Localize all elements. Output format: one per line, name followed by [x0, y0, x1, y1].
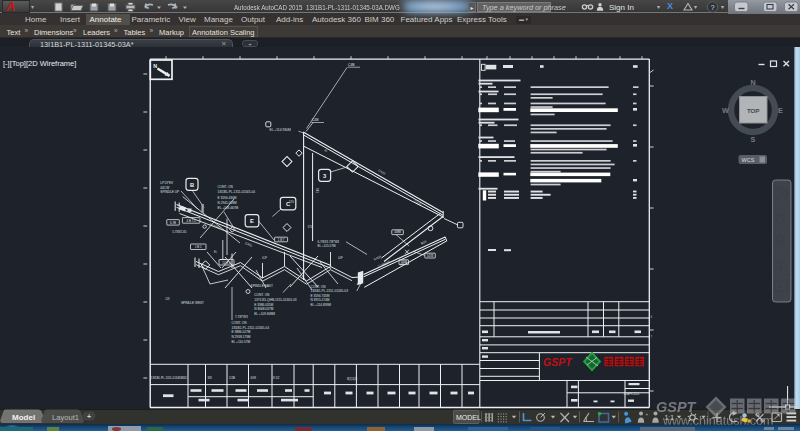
svg-text:170: 170: [289, 200, 294, 204]
svg-text:13I1B1-PL-1311-01345-03: 13I1B1-PL-1311-01345-03: [310, 289, 348, 293]
svg-text:44P: 44P: [338, 256, 343, 260]
svg-text:E 3594.745M: E 3594.745M: [310, 294, 329, 298]
svg-text:13 APR 2015: 13 APR 2015: [624, 392, 640, 396]
svg-text:4: 4: [651, 315, 653, 319]
svg-text:GSPT: GSPT: [543, 356, 573, 368]
svg-text:N: N: [750, 78, 755, 87]
svg-text:+: +: [646, 412, 649, 417]
svg-text:7.7/8*W3: 7.7/8*W3: [209, 222, 222, 230]
svg-text:E 3386.031M: E 3386.031M: [254, 303, 273, 307]
svg-text:1 B 7: 1 B 7: [278, 238, 285, 242]
svg-text:29: 29: [324, 148, 329, 153]
svg-text:CONT. ON: CONT. ON: [231, 321, 247, 325]
svg-text:N 2941.028M: N 2941.028M: [218, 201, 237, 205]
svg-text:13I1B1-PL-1311-01345M3D: 13I1B1-PL-1311-01345M3D: [151, 376, 187, 380]
svg-text:C4(2): C4(2): [373, 255, 382, 262]
svg-text:?: ?: [710, 3, 714, 12]
svg-text:14 B 4: 14 B 4: [222, 261, 231, 265]
svg-text:N: N: [153, 63, 157, 69]
svg-text:CONT. ON: CONT. ON: [218, 185, 234, 189]
svg-text:Layout1: Layout1: [52, 413, 79, 422]
svg-text:CONT. ON: CONT. ON: [254, 293, 270, 297]
svg-text:1 B 1: 1 B 1: [195, 245, 202, 249]
svg-text:N 2938.173M: N 2938.173M: [231, 335, 250, 339]
svg-text:W: W: [722, 106, 729, 115]
svg-text:SPINDLE WEST: SPINDLE WEST: [181, 301, 204, 305]
svg-text:EL +109.848M: EL +109.848M: [254, 312, 275, 316]
svg-text:BG6: BG6: [420, 239, 427, 245]
svg-text:SPINDLE EAST: SPINDLE EAST: [251, 284, 273, 288]
svg-text:W3A: W3A: [401, 260, 407, 264]
svg-text:+: +: [87, 413, 91, 420]
svg-text:U3: U3: [166, 297, 170, 301]
svg-text:SPINDLE UP: SPINDLE UP: [160, 190, 179, 194]
svg-text:E 3594.430M: E 3594.430M: [218, 196, 237, 200]
svg-text:WCS: WCS: [742, 157, 755, 163]
svg-text:8(2)1(1): 8(2)1(1): [347, 377, 357, 381]
svg-text:6.7B: 6.7B: [170, 221, 176, 225]
svg-text:N 8068.037M: N 8068.037M: [254, 307, 273, 311]
svg-text:EL +114.839M: EL +114.839M: [310, 303, 331, 307]
svg-text:44BB: 44BB: [394, 230, 401, 234]
svg-text:EL +114.930M: EL +114.930M: [270, 128, 291, 132]
svg-text:C4B: C4B: [348, 63, 355, 67]
svg-text:TOP: TOP: [747, 107, 760, 114]
svg-text:EL +115.57M: EL +115.57M: [317, 244, 336, 248]
svg-text:170: 170: [308, 225, 313, 229]
svg-text:C4(1): C4(1): [378, 168, 387, 175]
svg-text:5.7/8X1'45: 5.7/8X1'45: [172, 230, 187, 234]
svg-text:CONT. ON: CONT. ON: [310, 285, 326, 289]
svg-text:E: E: [250, 218, 254, 224]
svg-text:EL: EL: [214, 250, 218, 254]
svg-text:13Y1I31-QHB-1311-01303-03: 13Y1I31-QHB-1311-01303-03: [254, 298, 297, 302]
svg-text:4CP: 4CP: [262, 256, 267, 260]
svg-text:4 B 7.5: 4 B 7.5: [187, 219, 197, 223]
svg-text:3: 3: [323, 173, 327, 179]
svg-text:GSPT: GSPT: [656, 399, 697, 415]
svg-text:941: 941: [315, 188, 319, 193]
svg-text:14X8: 14X8: [427, 254, 434, 258]
svg-text:EL +110.57M: EL +110.57M: [231, 340, 250, 344]
svg-text:13I1B1-PL-1311-01345-04: 13I1B1-PL-1311-01345-04: [231, 326, 269, 330]
svg-text:1/2B: 1/2B: [229, 376, 235, 380]
svg-text:MODEL: MODEL: [456, 414, 481, 421]
svg-text:13I1B1-PL-1311-01345-04: 13I1B1-PL-1311-01345-04: [218, 190, 256, 194]
svg-text:B: B: [190, 182, 194, 188]
svg-text:Model: Model: [12, 413, 35, 422]
svg-text:E 3886.017M: E 3886.017M: [231, 330, 250, 334]
svg-text:7: 7: [651, 335, 653, 339]
svg-text:C4(1): C4(1): [245, 241, 253, 247]
svg-text:EL +108.467M: EL +108.467M: [218, 206, 239, 210]
svg-text:S: S: [751, 135, 756, 144]
svg-text:7.7/8*W3: 7.7/8*W3: [235, 315, 248, 319]
svg-text:3/8: 3/8: [208, 376, 212, 380]
svg-text:E: E: [778, 106, 783, 115]
svg-text:8 1/2: 8 1/2: [273, 376, 280, 380]
svg-text:N 3955.174M: N 3955.174M: [310, 298, 329, 302]
svg-text:6X8: 6X8: [251, 376, 257, 380]
svg-text:[-][Top][2D Wireframe]: [-][Top][2D Wireframe]: [3, 59, 76, 68]
